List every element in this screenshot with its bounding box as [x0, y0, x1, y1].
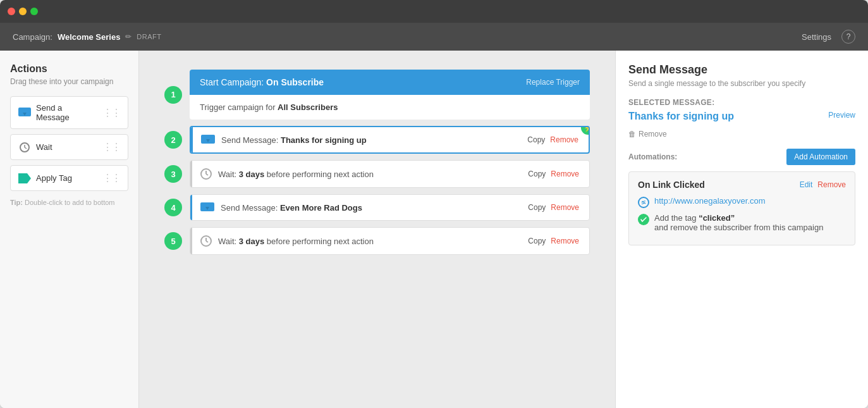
- copy-button-4[interactable]: Copy: [528, 203, 546, 212]
- copy-button-5[interactable]: Copy: [528, 237, 546, 245]
- step-actions-3: Copy Remove: [528, 170, 579, 178]
- action-wait[interactable]: Wait ⋮⋮: [10, 134, 128, 160]
- step-bar-4: [190, 195, 192, 220]
- tag-icon: [18, 173, 31, 183]
- step-number-1: 1: [164, 86, 182, 104]
- step-suffix-5: before performing next action: [267, 237, 374, 246]
- step-name-2: Thanks for signing up: [281, 135, 367, 145]
- drag-handle-send: ⋮⋮: [102, 107, 120, 119]
- automation-name: On Link Clicked: [638, 180, 705, 190]
- main-layout: Actions Drag these into your campaign Se…: [0, 51, 868, 408]
- step-actions-4: Copy Remove: [528, 203, 579, 212]
- wait-step-icon: [200, 168, 212, 180]
- automation-card-header: On Link Clicked Edit Remove: [638, 180, 846, 190]
- action-send-message[interactable]: Send a Message ⋮⋮: [10, 96, 128, 129]
- maximize-button[interactable]: [30, 8, 38, 15]
- step-inner-4: Send Message: Even More Rad Dogs Copy Re…: [190, 195, 589, 220]
- edit-icon[interactable]: ✏: [125, 32, 131, 41]
- sidebar-subtitle: Drag these into your campaign: [10, 77, 128, 86]
- add-automation-button[interactable]: Add Automation: [786, 149, 855, 165]
- copy-button-3[interactable]: Copy: [528, 170, 546, 178]
- trigger-title: Start Campaign: On Subscribe: [200, 77, 324, 87]
- trigger-header: Start Campaign: On Subscribe Replace Tri…: [190, 70, 590, 95]
- automation-action-middle: and: [654, 223, 668, 232]
- panel-title: Send Message: [628, 63, 855, 77]
- remove-message-label: Remove: [639, 130, 667, 139]
- selected-message-label: Selected Message:: [628, 98, 855, 107]
- step-days-3: 3 days: [239, 170, 264, 179]
- campaign-name: Welcome Series: [58, 32, 120, 42]
- svg-line-4: [25, 147, 27, 149]
- action-label-send: Send a Message: [36, 103, 97, 122]
- automation-tag: “clicked”: [699, 213, 735, 223]
- action-item-left: Send a Message: [18, 103, 97, 122]
- drag-handle-wait: ⋮⋮: [102, 141, 120, 153]
- title-bar: [0, 0, 868, 23]
- drag-handle-tag: ⋮⋮: [102, 172, 120, 184]
- step-row-3: 3 Wait: 3 days before performing next ac…: [164, 160, 590, 188]
- wait-card-1[interactable]: Wait: 3 days before performing next acti…: [190, 160, 590, 188]
- step-row-5: 5 Wait: 3 days before performing next ac…: [164, 227, 590, 255]
- trigger-card: Start Campaign: On Subscribe Replace Tri…: [190, 70, 590, 120]
- campaign-canvas: 1 Start Campaign: On Subscribe Replace T…: [139, 51, 615, 408]
- header-right: Settings ?: [802, 30, 855, 44]
- svg-line-15: [206, 241, 208, 242]
- remove-button-3[interactable]: Remove: [551, 170, 579, 178]
- svg-marker-5: [18, 173, 31, 183]
- action-apply-tag[interactable]: Apply Tag ⋮⋮: [10, 165, 128, 191]
- action-item-left-tag: Apply Tag: [18, 173, 72, 183]
- automation-link-url[interactable]: http://www.onegalaxyover.com: [654, 196, 766, 206]
- svg-line-10: [206, 174, 208, 175]
- replace-trigger-button[interactable]: Replace Trigger: [526, 78, 580, 87]
- automation-remove-button[interactable]: Remove: [817, 180, 846, 189]
- automation-header-actions: Edit Remove: [800, 180, 846, 189]
- copy-button-2[interactable]: Copy: [527, 135, 545, 144]
- active-bar: [191, 127, 193, 152]
- step-row-4: 4 Send Message: Even More Rad Dogs Copy …: [164, 194, 590, 221]
- close-button[interactable]: [8, 8, 15, 15]
- remove-button-2[interactable]: Remove: [550, 135, 578, 144]
- remove-button-5[interactable]: Remove: [551, 237, 579, 245]
- automation-action-row: Add the tag “clicked” and remove the sub…: [638, 213, 846, 232]
- trash-icon: 🗑: [628, 130, 636, 139]
- automation-edit-button[interactable]: Edit: [800, 180, 813, 189]
- step-text-3: Wait: 3 days before performing next acti…: [218, 170, 522, 179]
- automation-action-suffix: remove the subscriber from this campaign: [670, 223, 823, 232]
- app-header: Campaign: Welcome Series ✏ DRAFT Setting…: [0, 23, 868, 51]
- minimize-button[interactable]: [19, 8, 27, 15]
- automation-link-row: http://www.onegalaxyover.com: [638, 196, 846, 208]
- app-window: Campaign: Welcome Series ✏ DRAFT Setting…: [0, 0, 868, 408]
- selected-message-row: Thanks for signing up Preview: [628, 111, 855, 125]
- remove-button-4[interactable]: Remove: [551, 203, 579, 212]
- sidebar-title: Actions: [10, 63, 128, 75]
- step-number-3: 3: [164, 165, 182, 183]
- action-label-wait: Wait: [36, 142, 52, 152]
- campaign-label: Campaign:: [13, 32, 52, 42]
- sidebar-tip: Tip: Double-click to add to bottom: [10, 199, 128, 206]
- step-text-4: Send Message: Even More Rad Dogs: [221, 203, 522, 213]
- step-name-4: Even More Rad Dogs: [280, 203, 362, 213]
- step-row-1: 1 Start Campaign: On Subscribe Replace T…: [164, 70, 590, 120]
- remove-message-link[interactable]: 🗑 Remove: [628, 130, 855, 139]
- automation-action-text: Add the tag “clicked” and remove the sub…: [654, 213, 823, 232]
- trigger-target: All Subscribers: [278, 102, 338, 112]
- preview-link[interactable]: Preview: [828, 111, 855, 120]
- send-message-card-1[interactable]: Send Message: Thanks for signing up Copy…: [190, 126, 590, 154]
- send-message-card-2[interactable]: Send Message: Even More Rad Dogs Copy Re…: [190, 194, 590, 221]
- check-icon: [638, 214, 649, 225]
- step-actions-5: Copy Remove: [528, 237, 579, 245]
- settings-link[interactable]: Settings: [802, 32, 831, 42]
- step-number-5: 5: [164, 232, 182, 250]
- panel-subtitle: Send a single message to the subscriber …: [628, 79, 855, 88]
- step-text-5: Wait: 3 days before performing next acti…: [218, 237, 522, 246]
- right-panel: Send Message Send a single message to th…: [615, 51, 868, 408]
- step-inner-2: Send Message: Thanks for signing up Copy…: [191, 127, 589, 152]
- wait-clock-icon: [18, 142, 31, 152]
- wait-card-2[interactable]: Wait: 3 days before performing next acti…: [190, 227, 590, 255]
- automations-section-header: Automations: Add Automation: [628, 149, 855, 165]
- trigger-body: Trigger campaign for All Subscribers: [190, 95, 590, 120]
- wait-bar-2: [190, 228, 192, 254]
- help-button[interactable]: ?: [841, 30, 855, 44]
- step-number-4: 4: [164, 199, 182, 216]
- automation-card: On Link Clicked Edit Remove http://www.o…: [628, 171, 855, 245]
